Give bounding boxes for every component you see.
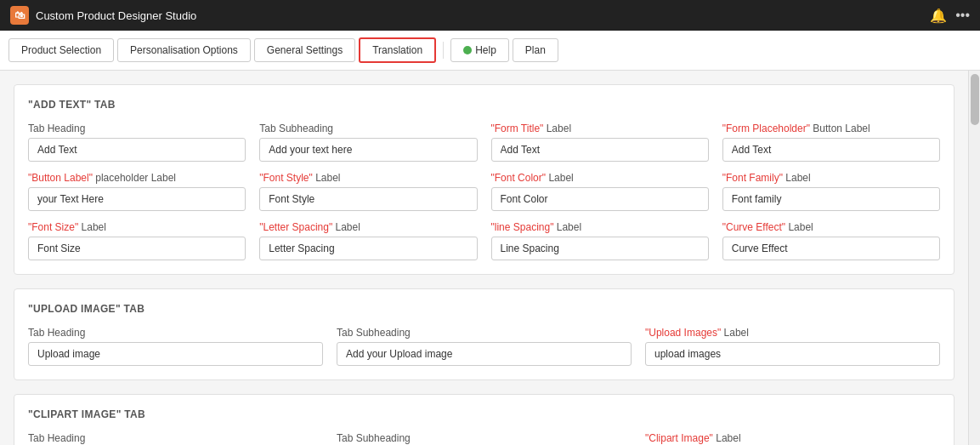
upload-tab-subheading-input[interactable] [337,342,632,366]
field-letter-spacing: "Letter Spacing" Label [259,221,477,260]
nav-product-selection[interactable]: Product Selection [8,38,114,62]
nav-bar: Product Selection Personalisation Option… [0,31,980,71]
clipart-image-label-label: "Clipart Image" Label [645,432,940,444]
upload-tab-subheading-field: Tab Subheading [337,327,632,366]
field-line-spacing: "line Spacing" Label [491,221,709,260]
field-font-family-input[interactable] [722,187,940,211]
nav-separator [443,42,444,59]
upload-tab-heading-field: Tab Heading [28,327,323,366]
app-logo: 🛍 [10,6,29,25]
field-letter-spacing-label: "Letter Spacing" Label [259,221,477,233]
field-letter-spacing-input[interactable] [259,237,477,260]
scrollbar-thumb[interactable] [971,74,979,125]
main-area: "ADD TEXT" TAB Tab Heading Tab Subheadin… [0,71,980,445]
top-bar-left: 🛍 Custom Product Designer Studio [10,6,196,25]
field-curve-effect-label: "Curve Effect" Label [722,221,940,233]
upload-image-tab-title: "UPLOAD IMAGE" TAB [28,303,940,315]
upload-tab-subheading-label: Tab Subheading [337,327,632,339]
field-line-spacing-label: "line Spacing" Label [491,221,709,233]
field-form-placeholder: "Form Placeholder" Button Label [722,123,940,162]
field-font-size-label: "Font Size" Label [28,221,246,233]
top-bar: 🛍 Custom Product Designer Studio 🔔 ••• [0,0,980,31]
add-text-tab-title: "ADD TEXT" TAB [28,99,940,111]
upload-image-row1: Tab Heading Tab Subheading "Upload Image… [28,327,940,366]
add-text-tab-section: "ADD TEXT" TAB Tab Heading Tab Subheadin… [14,84,955,275]
field-button-label-label: "Button Label" placeholder Label [28,172,246,184]
clipart-image-label-field: "Clipart Image" Label [645,432,940,445]
logo-icon: 🛍 [14,9,25,21]
field-tab-subheading: Tab Subheading [259,123,477,162]
field-font-color: "Font Color" Label [491,172,709,211]
nav-general-settings[interactable]: General Settings [254,38,355,62]
field-form-placeholder-input[interactable] [722,138,940,162]
upload-image-tab-section: "UPLOAD IMAGE" TAB Tab Heading Tab Subhe… [14,288,955,380]
clipart-tab-heading-field: Tab Heading [28,432,323,445]
nav-personalisation-options[interactable]: Personalisation Options [117,38,251,62]
field-line-spacing-input[interactable] [491,237,709,260]
field-font-color-input[interactable] [491,187,709,211]
upload-images-label-label: "Upload Images" Label [645,327,940,339]
field-tab-heading-input[interactable] [28,138,246,162]
add-text-row1: Tab Heading Tab Subheading "Form Title" … [28,123,940,162]
field-curve-effect-input[interactable] [722,237,940,260]
clipart-image-tab-title: "CLIPART IMAGE" TAB [28,408,940,420]
app-title: Custom Product Designer Studio [36,9,196,22]
upload-tab-heading-label: Tab Heading [28,327,323,339]
clipart-tab-heading-label: Tab Heading [28,432,323,444]
field-form-placeholder-label: "Form Placeholder" Button Label [722,123,940,134]
field-form-title-input[interactable] [491,138,709,162]
upload-images-label-input[interactable] [645,342,940,366]
clipart-image-tab-section: "CLIPART IMAGE" TAB Tab Heading Tab Subh… [14,394,955,445]
field-button-label: "Button Label" placeholder Label [28,172,246,211]
field-tab-heading: Tab Heading [28,123,246,162]
field-font-family: "Font Family" Label [722,172,940,211]
add-text-row2: "Button Label" placeholder Label "Font S… [28,172,940,211]
field-font-size-input[interactable] [28,237,246,260]
field-font-style: "Font Style" Label [259,172,477,211]
upload-images-label-field: "Upload Images" Label [645,327,940,366]
nav-help-label: Help [475,44,496,56]
field-tab-subheading-input[interactable] [259,138,477,162]
field-font-style-label: "Font Style" Label [259,172,477,184]
field-font-size: "Font Size" Label [28,221,246,260]
nav-translation[interactable]: Translation [359,37,436,63]
field-font-family-label: "Font Family" Label [722,172,940,184]
nav-help[interactable]: Help [450,38,509,62]
field-font-color-label: "Font Color" Label [491,172,709,184]
field-font-style-input[interactable] [259,187,477,211]
nav-plan[interactable]: Plan [513,38,558,62]
clipart-tab-subheading-field: Tab Subheading [337,432,632,445]
more-icon[interactable]: ••• [955,8,970,23]
clipart-image-row1: Tab Heading Tab Subheading "Clipart Imag… [28,432,940,445]
top-bar-actions: 🔔 ••• [930,8,970,24]
field-tab-subheading-label: Tab Subheading [259,123,477,134]
bell-icon[interactable]: 🔔 [930,8,947,24]
add-text-row3: "Font Size" Label "Letter Spacing" Label… [28,221,940,260]
field-button-label-input[interactable] [28,187,246,211]
field-form-title: "Form Title" Label [491,123,709,162]
clipart-tab-subheading-label: Tab Subheading [337,432,632,444]
main-content: "ADD TEXT" TAB Tab Heading Tab Subheadin… [0,71,968,445]
scrollbar-track[interactable] [968,71,980,445]
field-form-title-label: "Form Title" Label [491,123,709,134]
upload-tab-heading-input[interactable] [28,342,323,366]
help-dot-icon [463,46,472,54]
field-tab-heading-label: Tab Heading [28,123,246,134]
field-curve-effect: "Curve Effect" Label [722,221,940,260]
